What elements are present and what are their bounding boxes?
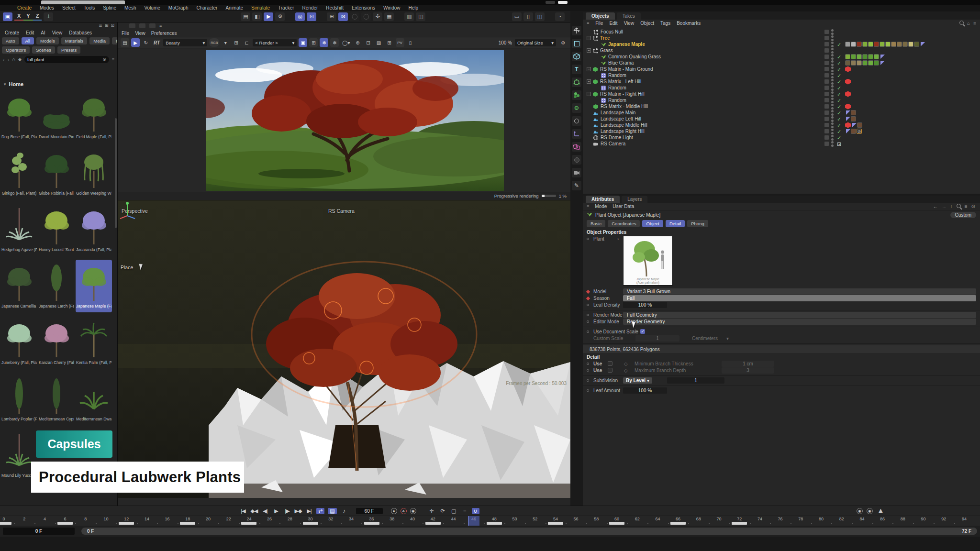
attr-tab-phong[interactable]: Phong: [687, 220, 708, 227]
layer-toggle[interactable]: [824, 61, 829, 65]
object-row[interactable]: Focus Null: [583, 29, 980, 35]
workplane-axes-icon[interactable]: [572, 129, 581, 139]
renderview-menu-file[interactable]: File: [122, 31, 129, 36]
object-row[interactable]: −RS Matrix - Main Ground✓: [583, 66, 980, 72]
expand-toggle[interactable]: −: [587, 67, 591, 71]
material-tag[interactable]: [851, 110, 856, 115]
target-tag-icon[interactable]: ⊡: [837, 142, 841, 146]
om-menu-edit[interactable]: Edit: [609, 21, 617, 26]
material-tag[interactable]: [874, 54, 879, 59]
visibility-dots[interactable]: [831, 29, 834, 35]
asset-menu-edit[interactable]: Edit: [26, 30, 34, 35]
material-tag[interactable]: [891, 42, 896, 47]
visibility-dots[interactable]: [831, 85, 834, 91]
material-tag[interactable]: [851, 42, 856, 47]
object-row[interactable]: RS Matrix - Middle Hill✓: [583, 103, 980, 110]
visibility-dots[interactable]: [831, 66, 834, 72]
filter-materials[interactable]: Materials: [61, 37, 88, 44]
window-control-icon[interactable]: [558, 1, 568, 4]
move-tool-icon[interactable]: [572, 26, 581, 35]
record-keyframe-button[interactable]: ●: [391, 508, 397, 514]
pen-tool-icon[interactable]: ✎: [572, 181, 581, 190]
enabled-check-icon[interactable]: ✓: [837, 135, 841, 140]
render-mode-dropdown[interactable]: Full Geometry: [623, 312, 976, 318]
render-view-icon[interactable]: ▤: [241, 12, 250, 21]
object-row[interactable]: Random✓: [583, 97, 980, 103]
material-tag[interactable]: [857, 122, 862, 128]
hamburger-icon[interactable]: ≡: [587, 21, 589, 25]
object-row[interactable]: Landscape Right Hill✓⊘: [583, 128, 980, 134]
leaf-density-field[interactable]: 100 %: [623, 302, 667, 308]
viewport-camera-label[interactable]: RS Camera: [328, 208, 355, 214]
render-region-icon[interactable]: ◧: [252, 12, 262, 21]
texture-flag-icon[interactable]: [846, 110, 850, 115]
layout-monitor-icon[interactable]: ▭: [512, 12, 522, 21]
redshift-tag-icon[interactable]: [845, 104, 851, 110]
keyframe-marker[interactable]: [180, 522, 195, 525]
perspective-viewport[interactable]: Frames per Second : 50.003 Perspective R…: [118, 200, 570, 498]
expand-toggle[interactable]: −: [587, 92, 591, 96]
keyframe-presets-button[interactable]: ◉: [857, 508, 863, 514]
layer-toggle[interactable]: [824, 55, 829, 59]
max-branch-field[interactable]: 3: [722, 367, 774, 374]
home-icon[interactable]: ⌂: [967, 21, 970, 26]
axis-gizmo[interactable]: [118, 200, 137, 220]
file-icon[interactable]: ▯: [406, 38, 415, 47]
custom-scale-unit[interactable]: Centimeters: [692, 336, 718, 341]
axis-lock-y[interactable]: Y: [23, 12, 33, 21]
goto-end-button[interactable]: ▶|: [305, 508, 313, 514]
material-tag[interactable]: [845, 60, 850, 66]
menu-redshift[interactable]: Redshift: [326, 5, 344, 11]
next-frame-button[interactable]: |▶: [283, 508, 291, 514]
asset-item[interactable]: Juneberry (Fall, Plant): [1, 316, 37, 369]
visibility-dots[interactable]: [831, 110, 834, 116]
texture-flag-icon[interactable]: [852, 123, 857, 127]
keyframe-settings-button[interactable]: ◉: [867, 508, 873, 514]
object-row[interactable]: Japanese Maple✓: [583, 41, 980, 47]
texture-flag-icon[interactable]: [846, 117, 850, 121]
asset-item[interactable]: Mediterranean Dwarf ...: [76, 373, 112, 425]
enabled-check-icon[interactable]: ✓: [837, 67, 841, 72]
material-tag[interactable]: [857, 60, 862, 66]
use-min-branch-checkbox[interactable]: [608, 361, 612, 366]
material-tag[interactable]: [874, 60, 879, 66]
grid-snap-icon[interactable]: ⊞: [327, 12, 336, 21]
disabled-tool-icon[interactable]: ◯: [350, 12, 359, 21]
subdivision-mode-dropdown[interactable]: By Level ▾: [623, 377, 652, 384]
visibility-dots[interactable]: [831, 135, 834, 141]
layer-toggle[interactable]: [824, 42, 829, 46]
add-image-icon[interactable]: ⊞: [385, 38, 394, 47]
record-scale-toggle[interactable]: ▢: [450, 508, 457, 514]
custom-button[interactable]: Custom: [950, 212, 976, 218]
dock-icon[interactable]: ≣: [99, 23, 102, 28]
region-dropdown-icon[interactable]: ◯▾: [341, 38, 351, 47]
menu-spline[interactable]: Spline: [103, 5, 116, 11]
material-tag[interactable]: [862, 60, 868, 66]
keyframe-marker[interactable]: [57, 522, 73, 525]
subdivision-field[interactable]: 1: [667, 377, 724, 384]
filter-nodes[interactable]: Nodes: [112, 37, 118, 44]
asset-menu-databases[interactable]: Databases: [69, 30, 92, 35]
texture-flag-icon[interactable]: [880, 61, 885, 65]
asset-item[interactable]: Lombardy Poplar (Fall...: [1, 373, 37, 425]
filter-models[interactable]: Models: [36, 37, 59, 44]
enabled-check-icon[interactable]: ✓: [837, 55, 841, 59]
asset-item[interactable]: Golden Weeping Willo...: [76, 147, 112, 199]
prev-frame-button[interactable]: ◀|: [261, 508, 269, 514]
record-position-toggle[interactable]: ✛: [428, 508, 435, 514]
filter-auto[interactable]: Auto: [2, 37, 19, 44]
disabled-tool-icon[interactable]: ◯: [361, 12, 371, 21]
redshift-tag-icon[interactable]: [845, 66, 851, 72]
visibility-dots[interactable]: [831, 79, 834, 85]
sphere-icon[interactable]: [572, 155, 581, 165]
redshift-tag-icon[interactable]: [845, 79, 851, 85]
window-control-icon[interactable]: [546, 1, 555, 4]
asset-item[interactable]: Jacaranda (Fall, Plant): [76, 203, 112, 256]
tab-objects[interactable]: Objects: [586, 12, 615, 20]
material-tag[interactable]: [902, 42, 908, 47]
layer-toggle[interactable]: [824, 135, 829, 140]
asset-item[interactable]: Globe Robinia (Fall, Pl...: [38, 147, 75, 199]
start-ipr-icon[interactable]: ▶: [131, 38, 140, 47]
edges-mode-icon[interactable]: [572, 90, 581, 100]
material-tag[interactable]: [868, 60, 873, 66]
